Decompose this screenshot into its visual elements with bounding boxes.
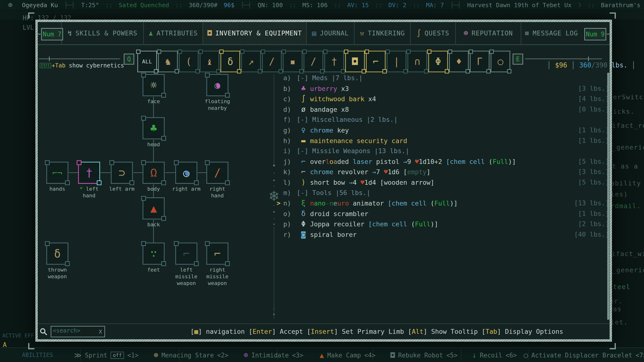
item-row[interactable]: b)♣urberry x3[3 lbs.]: [283, 83, 609, 94]
knives-filter[interactable]: †: [324, 51, 344, 72]
rings-filter[interactable]: ○: [491, 51, 510, 72]
darts-filter[interactable]: ↗: [241, 51, 261, 72]
category-row[interactable]: f)[-] Miscellaneous |2 lbs.|: [283, 114, 609, 125]
equipment-slot-hands[interactable]: ⌐¬: [46, 162, 68, 184]
equipment-slot-floating[interactable]: ○: [206, 74, 228, 96]
ability-recoil[interactable]: ↓Recoil<6>: [472, 348, 517, 362]
tab-attributes[interactable]: ♟ATTRIBUTES: [143, 22, 202, 44]
filter-next-key[interactable]: E: [512, 54, 523, 65]
equipment-slot-back[interactable]: ▲: [142, 197, 164, 219]
equipment-slot-left-arm[interactable]: ⊃: [111, 162, 133, 184]
category-row[interactable]: i)[-] Missile Weapons |13 lbs.|: [283, 146, 609, 156]
equipment-slot-face[interactable]: ☼: [142, 74, 164, 96]
ability-activate-displacer-bracelet[interactable]: ○Activate Displacer Bracelet<7>: [524, 348, 644, 362]
text-segment: │: [628, 61, 636, 69]
slot-connector: [165, 172, 175, 173]
item-row[interactable]: k)⌐chrome revolver →7 ♥1d6 [empty][3 lbs…: [283, 166, 609, 177]
item-row[interactable]: d)øbandage x8[0 lbs.]: [283, 104, 609, 115]
item-weight: [40 lbs.]: [574, 229, 609, 240]
divider-ornament: ◆: [273, 178, 275, 182]
ability-rebuke-robot[interactable]: ◘Rebuke Robot<5>: [390, 348, 458, 362]
item-row[interactable]: r)◙spiral borer[40 lbs.]: [283, 229, 609, 240]
pistols-filter[interactable]: ⌐: [366, 51, 386, 72]
prev-tab-key[interactable]: Num 7: [41, 28, 63, 41]
tab-bar-tick: [607, 34, 610, 35]
ability-intimidate[interactable]: ☻Intimidate<3>: [244, 348, 303, 362]
tab-inventory[interactable]: ◘INVENTORY & EQUIPMENT: [202, 22, 306, 44]
equipment-slot-body[interactable]: Ω: [142, 162, 164, 184]
search-clear-button[interactable]: X: [99, 329, 102, 335]
garb-filter[interactable]: ∩: [408, 51, 427, 72]
tools-filter[interactable]: Γ: [470, 51, 490, 72]
ability-sprint[interactable]: ≫Sprintoff<1>: [74, 348, 138, 362]
equipment-slot-left-hand[interactable]: †: [78, 162, 100, 184]
amulets-filter[interactable]: ♦: [449, 51, 469, 72]
text-segment: [-] Missile Weapons |13 lbs.|: [297, 147, 409, 154]
equipment-slot-right-arm[interactable]: ○: [175, 162, 197, 184]
ability-hotkey: <5>: [446, 352, 458, 359]
item-row[interactable]: g)♀chrome key[1 lbs.]: [283, 125, 609, 135]
item-row[interactable]: >n)ξnano-neuro animator [chem cell (Full…: [283, 198, 609, 208]
text-segment: x8: [337, 106, 349, 113]
urberry-icon: ♣: [297, 83, 310, 94]
item-row[interactable]: h)▬maintenance security card[1 lbs.]: [283, 135, 609, 146]
search-box[interactable]: X: [51, 326, 105, 337]
search-input[interactable]: [53, 327, 96, 334]
filter-guide-line: [525, 59, 602, 59]
text-segment: ]: [198, 328, 202, 335]
equipment-slot-right-missile[interactable]: ⌐: [206, 243, 228, 265]
list-scrollbar[interactable]: [607, 73, 609, 320]
text-segment: ded: [337, 158, 353, 165]
plumes-filter[interactable]: /: [304, 51, 323, 72]
text-segment: animator: [349, 200, 388, 207]
staffs-filter[interactable]: |: [387, 51, 406, 72]
list-scrollbar-thumb[interactable]: [607, 73, 609, 320]
text-segment: l: [326, 158, 330, 165]
tab-skills[interactable]: ↯SKILLS & POWERS: [61, 22, 143, 44]
filter-prev-key[interactable]: Q: [124, 54, 134, 65]
item-weight: [5 lbs.]: [578, 156, 609, 167]
tab-journal[interactable]: ▤JOURNAL: [306, 22, 354, 44]
ability-menacing-stare[interactable]: ☻Menacing Stare<2>: [154, 348, 228, 362]
lamp-icon: ☼: [143, 75, 164, 95]
next-tab-key[interactable]: Num 9: [584, 28, 606, 41]
divider-ornament: ◆: [273, 210, 275, 213]
scrap-filter[interactable]: ▪: [283, 51, 302, 72]
text-segment: ]: [272, 328, 276, 335]
tab-message-log[interactable]: ≡MESSAGE LOG: [521, 22, 582, 44]
pistol-icon: ⌐: [373, 56, 378, 67]
tab-tinkering[interactable]: ⚒TINKERING: [354, 22, 410, 44]
plant-icon: ♣: [143, 118, 164, 138]
item-row[interactable]: c)∫witchwood bark x4[4 lbs.]: [283, 94, 609, 104]
equipment-slot-right-hand[interactable]: /: [206, 162, 228, 184]
key-icon: ♀: [297, 125, 310, 135]
text-segment: (: [485, 158, 493, 165]
tab-reputation[interactable]: ☻REPUTATION: [455, 22, 521, 44]
equipment-slot-left-missile[interactable]: ⌐: [175, 243, 197, 265]
item-row[interactable]: j)⌐overloaded laser pistol →9 ♥1d10+2 [c…: [283, 156, 609, 167]
item-weight: [1 lbs.]: [578, 208, 609, 219]
slot-label-thrown: thrownweapon: [37, 267, 78, 280]
rifle-icon: ⌐: [207, 243, 228, 264]
creatures-filter[interactable]: ♞: [158, 51, 178, 72]
tab-label: JOURNAL: [320, 30, 349, 37]
category-row[interactable]: a)[-] Meds |7 lbs.|: [283, 73, 609, 83]
equipment-slot-feet[interactable]: ∵: [142, 243, 164, 265]
equipment-slot-thrown[interactable]: δ: [46, 243, 68, 265]
armor-filter[interactable]: ◘: [345, 51, 365, 72]
tab-quests[interactable]: ∫QUESTS: [410, 22, 455, 44]
blades-filter[interactable]: (: [179, 51, 198, 72]
category-row[interactable]: m)[-] Tools |56 lbs.|: [283, 188, 609, 198]
equipment-slot-head[interactable]: ♣: [142, 117, 164, 139]
wands-filter[interactable]: /: [262, 51, 282, 72]
filter-all-button[interactable]: ALL: [137, 51, 157, 72]
ability-make-camp[interactable]: ▲Make Camp<4>: [320, 348, 376, 362]
item-row[interactable]: l))short bow →4 ♥1d4 [wooden arrow][5 lb…: [283, 177, 609, 188]
tab-label: ATTRIBUTES: [156, 30, 198, 37]
mounts-filter[interactable]: ♝: [200, 51, 219, 72]
tonics-filter[interactable]: δ: [220, 51, 240, 72]
item-row[interactable]: p)ΦJoppa recoiler [chem cell (Full)][2 l…: [283, 219, 609, 229]
hookah-filter[interactable]: Φ: [428, 51, 448, 72]
item-row[interactable]: o)δdroid scrambler[1 lbs.]: [283, 208, 609, 219]
text-segment: pistol: [372, 158, 403, 165]
